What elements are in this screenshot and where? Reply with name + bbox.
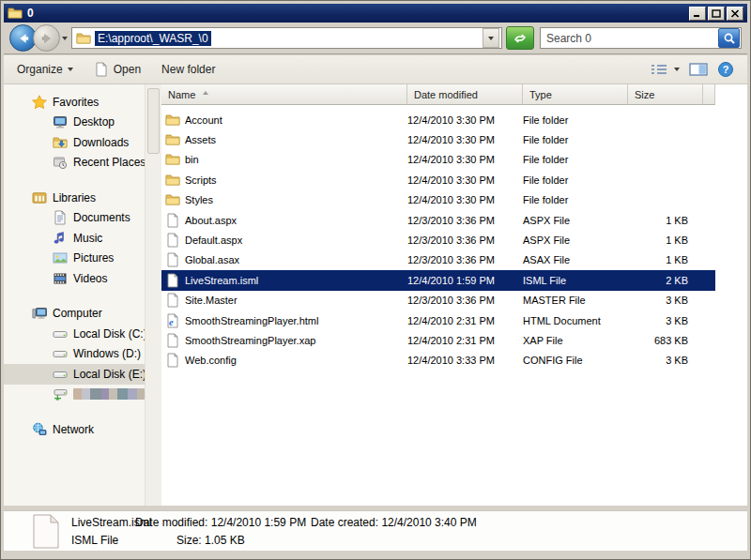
file-date-cell: 12/3/2010 3:36 PM (407, 295, 523, 306)
sidebar-item-videos[interactable]: Videos (4, 268, 145, 289)
column-header-size[interactable]: Size (628, 84, 703, 105)
open-label: Open (114, 63, 141, 76)
file-name-cell: About.aspx (161, 213, 407, 228)
table-row[interactable]: Web.config12/4/2010 3:33 PMCONFIG File3 … (161, 351, 715, 371)
search-icon[interactable] (718, 28, 740, 48)
preview-pane-button[interactable] (689, 62, 708, 77)
table-row[interactable]: LiveStream.isml12/4/2010 1:59 PMISML Fil… (161, 270, 715, 290)
file-type-cell: File folder (523, 174, 628, 186)
address-dropdown-button[interactable] (483, 28, 499, 48)
sidebar-item-music[interactable]: Music (4, 228, 145, 249)
sidebar-item-windows-d[interactable]: Windows (D:) (4, 344, 145, 365)
file-icon (165, 333, 180, 348)
file-icon (165, 252, 180, 267)
sidebar-scrollbar[interactable] (145, 84, 161, 506)
sidebar-item-documents[interactable]: Documents (4, 208, 145, 229)
table-row[interactable]: Account12/4/2010 3:30 PMFile folder (161, 110, 715, 129)
sidebar-section-network[interactable]: Network (4, 419, 145, 440)
file-name-cell: Styles (161, 192, 407, 207)
column-header-type[interactable]: Type (523, 84, 628, 105)
file-date-cell: 12/4/2010 3:30 PM (407, 174, 523, 186)
file-size-cell: 1 KB (628, 254, 703, 265)
pictures-icon (53, 250, 68, 265)
drive-icon (53, 367, 68, 382)
table-row[interactable]: Styles12/4/2010 3:30 PMFile folder (161, 190, 715, 210)
organize-button[interactable]: Organize (17, 63, 73, 76)
column-header-extra[interactable] (703, 84, 715, 105)
details-size: Size: 1.05 KB (176, 534, 245, 547)
sidebar-item-label: Windows (D:) (73, 347, 141, 360)
details-pane: LiveStream.isml ISML File Date modified:… (4, 510, 747, 551)
file-name-cell: Scripts (161, 173, 407, 188)
sidebar-item-label: Documents (73, 211, 130, 224)
table-row[interactable]: bin12/4/2010 3:30 PMFile folder (161, 150, 715, 170)
refresh-button[interactable] (506, 26, 534, 50)
change-view-button[interactable] (650, 62, 680, 77)
file-name: Web.config (185, 355, 237, 366)
file-name-cell: Default.aspx (161, 233, 407, 248)
sidebar-item-recent-places[interactable]: Recent Places (4, 153, 145, 174)
table-row[interactable]: SmoothStreamingPlayer.xap12/4/2010 2:31 … (161, 330, 715, 350)
help-button[interactable]: ? (717, 61, 734, 78)
sidebar-item-pictures[interactable]: Pictures (4, 249, 145, 269)
star-icon (32, 95, 47, 110)
sidebar-item-label: Local Disk (C:) (73, 327, 145, 341)
close-button[interactable] (727, 7, 743, 21)
title-bar[interactable]: 0 (4, 4, 747, 23)
svg-text:e: e (169, 316, 174, 326)
file-date-cell: 12/4/2010 3:30 PM (407, 114, 523, 126)
scrollbar-thumb[interactable] (147, 88, 160, 154)
search-input[interactable]: Search 0 (540, 27, 742, 49)
column-header-date-modified[interactable]: Date modified (407, 84, 523, 105)
table-row[interactable]: Site.Master12/3/2010 3:36 PMMASTER File3… (161, 291, 715, 310)
details-file-type: ISML File (71, 534, 118, 547)
sidebar-item-label: Desktop (73, 115, 115, 129)
sidebar-item-desktop[interactable]: Desktop (4, 113, 145, 133)
file-type-cell: File folder (523, 114, 628, 126)
maximize-button[interactable] (708, 7, 725, 21)
table-row[interactable]: Assets12/4/2010 3:30 PMFile folder (161, 129, 715, 149)
minimize-button[interactable] (689, 7, 706, 21)
file-type-cell: ASPX File (523, 215, 628, 226)
sidebar-item-local-disk-c[interactable]: Local Disk (C:) (4, 324, 145, 344)
open-button[interactable]: Open (94, 62, 141, 77)
table-row[interactable]: Scripts12/4/2010 3:30 PMFile folder (161, 170, 715, 189)
command-bar: Organize Open New folder ? (4, 55, 747, 84)
file-date-cell: 12/4/2010 2:31 PM (407, 335, 523, 346)
sidebar-section-favorites[interactable]: Favorites (4, 92, 145, 113)
file-name: Site.Master (185, 295, 238, 306)
sidebar-section-libraries[interactable]: Libraries (4, 188, 145, 208)
new-folder-button[interactable]: New folder (161, 63, 215, 76)
table-row[interactable]: eSmoothStreamingPlayer.html12/4/2010 2:3… (161, 310, 715, 330)
file-type-cell: File folder (523, 194, 628, 205)
table-row[interactable]: Global.asax12/3/2010 3:36 PMASAX File1 K… (161, 250, 715, 270)
sidebar-item-local-disk-e[interactable]: Local Disk (E:) (4, 364, 145, 385)
column-header-name[interactable]: Name (161, 84, 407, 105)
file-name: Global.asax (185, 254, 239, 265)
file-name: bin (185, 154, 199, 165)
file-size-cell: 1 KB (628, 235, 703, 246)
table-row[interactable]: Default.aspx12/3/2010 3:36 PMASPX File1 … (161, 230, 715, 250)
file-icon (165, 273, 180, 288)
sidebar-section-label: Favorites (53, 96, 99, 109)
sidebar-item-downloads[interactable]: Downloads (4, 132, 145, 153)
main-area: FavoritesDesktopDownloadsRecent PlacesLi… (4, 84, 747, 506)
sidebar-section-computer[interactable]: Computer (4, 304, 145, 325)
file-icon (165, 353, 180, 368)
address-bar-input[interactable]: E:\approot\_WASR_\0 (71, 27, 502, 49)
sidebar-item-label: Music (73, 232, 102, 245)
details-date-modified: Date modified: 12/4/2010 1:59 PM (135, 516, 306, 529)
sort-ascending-icon (203, 91, 208, 95)
forward-button[interactable] (33, 24, 60, 52)
file-type-cell: CONFIG File (523, 355, 628, 366)
file-date-cell: 12/4/2010 3:33 PM (407, 355, 523, 366)
html-file-icon: e (165, 313, 180, 328)
folder-icon (165, 192, 180, 207)
file-name: SmoothStreamingPlayer.xap (185, 335, 315, 346)
file-type-cell: HTML Document (523, 315, 628, 326)
sidebar-item-redacted[interactable] (4, 385, 145, 405)
recent-pages-chevron-icon[interactable] (62, 37, 68, 40)
drive-icon (53, 326, 68, 341)
table-row[interactable]: About.aspx12/3/2010 3:36 PMASPX File1 KB (161, 210, 715, 230)
sidebar-section-gap (4, 173, 145, 188)
